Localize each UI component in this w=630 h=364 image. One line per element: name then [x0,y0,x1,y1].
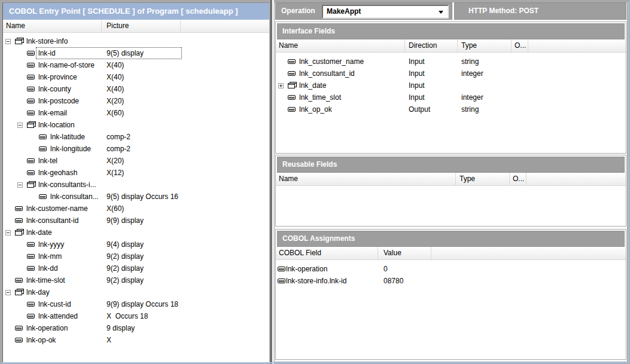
group-record-icon [27,181,36,188]
field-icon [27,51,35,56]
tree-row-label: lnk-date [26,228,52,237]
field-icon [27,254,35,259]
tree-row[interactable]: lnk-location [3,119,270,131]
collapse-minus-icon[interactable] [17,182,23,188]
tree-row[interactable]: lnk-cust-id9(9) display Occurs 18 [3,298,270,310]
tree-row-label: lnk-longitude [50,145,91,153]
picture-cell: X(40) [106,85,124,93]
chevron-down-icon[interactable] [439,11,443,14]
cobol-assignment-row[interactable]: lnk-store-info.lnk-id08780 [276,275,626,287]
field-icon [27,87,35,91]
field-icon [27,314,35,319]
tree-row[interactable]: lnk-attendedX Occurs 18 [3,310,270,322]
tree-row-label: lnk-attended [38,312,78,320]
column-header-spacer [431,247,626,259]
cobol-assignment-row[interactable]: lnk-operation0 [276,263,626,275]
cobol-assignments-list: lnk-operation0lnk-store-info.lnk-id08780 [276,260,626,287]
collapse-minus-icon[interactable] [17,123,23,128]
tree-row[interactable]: lnk-dd9(2) display [3,262,270,274]
column-header-occurs: O... [510,173,526,185]
picture-cell: comp-2 [106,145,130,153]
tree-row-label: lnk-latitude [50,133,85,141]
field-name: lnk_date [299,81,326,90]
field-icon [15,218,23,223]
field-type: string [458,105,512,114]
reusable-fields-list [276,186,626,189]
tree-row[interactable]: lnk-op-okX [3,334,270,346]
interface-fields-header: Interface Fields [277,23,625,39]
tree-row-label: lnk-customer-name [26,204,88,213]
field-icon [27,242,35,247]
tree-row[interactable]: lnk-consultants-i... [3,179,270,191]
interface-fields-list: lnk_customer_nameInputstringlnk_consulta… [276,53,626,115]
tree-row[interactable]: lnk-date [3,227,270,238]
cobol-assignments-column-header: COBOL Field Value [276,247,626,260]
collapse-minus-icon[interactable] [5,230,11,235]
tree-row[interactable]: lnk-geohashX(12) [3,167,270,179]
interface-field-row[interactable]: lnk_op_okOutputstring [276,103,626,115]
picture-cell: comp-2 [106,133,130,141]
picture-cell: 9(4) display [106,240,144,249]
tree-row[interactable]: lnk-day [3,286,270,298]
picture-cell: X(20) [106,97,124,105]
picture-cell: 9(2) display [106,264,144,273]
tree-row[interactable]: lnk-latitudecomp-2 [3,131,270,143]
cobol-entry-point-panel: COBOL Entry Point [ SCHEDULE ] of Progra… [2,2,270,363]
http-method-label: HTTP Method: POST [468,7,538,15]
tree-row[interactable]: lnk-telX(20) [3,155,270,167]
tree-row[interactable]: lnk-time-slot9(2) display [3,274,270,286]
assignment-field: lnk-store-info.lnk-id [285,277,346,285]
group-record-icon [15,289,24,296]
reusable-fields-section: Reusable Fields Name Type O... [275,155,626,227]
collapse-minus-icon[interactable] [5,39,11,44]
tree-row-label: lnk-province [38,73,77,81]
tree-row[interactable]: lnk-consultan...9(5) display Occurs 16 [3,191,270,203]
column-header-value: Value [378,247,431,259]
picture-cell: X(40) [106,61,124,69]
tree-row[interactable]: lnk-longitudecomp-2 [3,143,270,155]
collapse-minus-icon[interactable] [5,290,11,295]
picture-cell: 9(9) display [106,216,144,225]
column-header-spacer [528,39,626,52]
column-header-name: Name [276,173,456,185]
expand-plus-icon[interactable] [278,83,284,88]
interface-field-row[interactable]: lnk_time_slotInputinteger [276,91,626,103]
field-name: lnk_op_ok [299,105,332,114]
interface-field-row[interactable]: lnk_consultant_idInputinteger [276,68,626,79]
column-header-occurs: O... [512,39,528,52]
tree-row[interactable]: lnk-operation9 display [3,322,270,334]
tree-row-label: lnk-location [38,121,75,129]
interface-field-row[interactable]: lnk_dateInput [276,79,626,91]
interface-fields-column-header: Name Direction Type O... [276,39,626,53]
tree-row-label: lnk-mm [38,252,62,261]
tree-row-label: lnk-email [38,109,67,117]
reusable-fields-column-header: Name Type O... [276,173,626,186]
tree-row[interactable]: lnk-provinceX(40) [3,71,270,83]
tree-row[interactable]: lnk-countyX(40) [3,83,270,95]
tree-row[interactable]: lnk-customer-nameX(60) [3,203,270,215]
tree-row[interactable]: lnk-emailX(60) [3,107,270,119]
field-icon [15,338,23,342]
tree-row[interactable]: lnk-name-of-storeX(40) [3,59,270,71]
tree-row-label: lnk-store-info [26,37,68,45]
field-name: lnk_time_slot [299,93,341,102]
tree-row[interactable]: lnk-mm9(2) display [3,250,270,262]
tree-row-label: lnk-dd [38,264,58,273]
cobol-assignments-header: COBOL Assignments [277,231,625,247]
field-name: lnk_consultant_id [299,69,355,78]
tree-row[interactable]: lnk-consultant-id9(9) display [3,215,270,227]
panel-splitter[interactable] [269,0,275,364]
tree-row[interactable]: lnk-yyyy9(4) display [3,238,270,250]
interface-field-row[interactable]: lnk_customer_nameInputstring [276,56,626,68]
operation-selected-value: MakeAppt [327,7,361,16]
interface-fields-section: Interface Fields Name Direction Type O..… [275,22,626,154]
group-record-icon [288,82,297,89]
tree-row-label: lnk-geohash [38,169,77,177]
column-header-type: Type [458,39,512,52]
field-icon [288,71,296,76]
operation-select[interactable]: MakeAppt [322,5,449,19]
tree-row[interactable]: lnk-store-info [3,35,270,47]
tree-row[interactable]: lnk-postcodeX(20) [3,95,270,107]
field-icon [39,134,47,139]
tree-row[interactable]: lnk-id9(5) display [3,47,270,59]
